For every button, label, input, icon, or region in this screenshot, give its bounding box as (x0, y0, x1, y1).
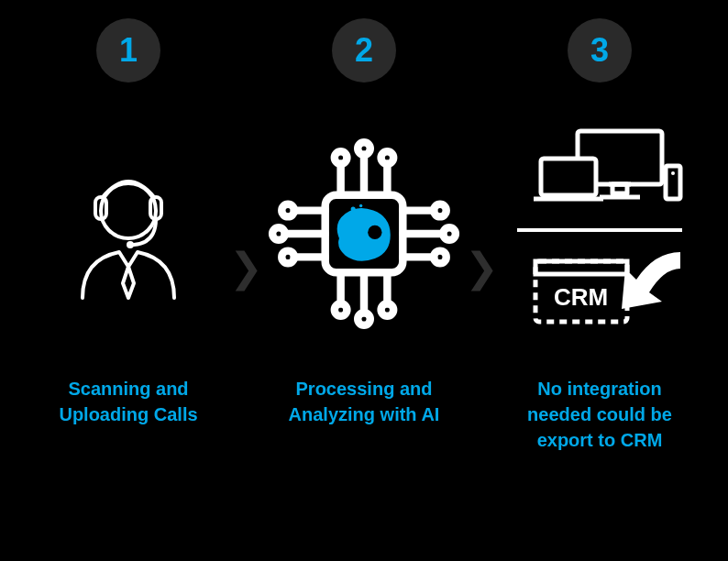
step-1: 1 (28, 18, 229, 427)
step-2-number: 2 (355, 31, 373, 70)
svg-point-22 (281, 251, 294, 264)
chevron-right-icon: ❯ (229, 248, 263, 288)
svg-rect-43 (535, 261, 627, 274)
svg-point-26 (443, 227, 456, 240)
ai-chip-icon (263, 115, 465, 353)
svg-point-14 (358, 313, 370, 325)
step-3: 3 (499, 18, 700, 453)
step-1-number: 1 (119, 31, 138, 70)
svg-point-20 (272, 227, 285, 240)
step-2-icon-area (263, 101, 465, 367)
svg-point-12 (335, 303, 347, 316)
svg-rect-35 (612, 184, 627, 193)
devices-crm-icon: CRM (508, 115, 691, 353)
svg-point-28 (434, 251, 447, 264)
svg-point-40 (671, 171, 675, 175)
step-1-icon-area (28, 101, 229, 367)
step-1-badge: 1 (96, 18, 160, 82)
step-1-caption: Scanning and Uploading Calls (28, 376, 229, 427)
step-2-badge: 2 (332, 18, 396, 82)
svg-rect-37 (541, 159, 596, 195)
step-2: 2 (263, 18, 465, 427)
operator-icon (64, 160, 193, 307)
svg-point-30 (351, 206, 356, 211)
step-3-icon-area: CRM (499, 101, 700, 367)
crm-label-text: CRM (554, 283, 608, 311)
step-3-caption: No integration needed could be export to… (499, 376, 700, 453)
svg-point-31 (359, 204, 362, 207)
svg-point-24 (434, 204, 447, 217)
svg-point-8 (358, 142, 370, 155)
svg-point-6 (335, 151, 347, 164)
svg-point-16 (381, 303, 394, 316)
step-2-caption: Processing and Analyzing with AI (263, 376, 465, 427)
svg-point-18 (281, 204, 294, 217)
chevron-right-icon: ❯ (465, 248, 499, 288)
svg-point-3 (127, 241, 134, 248)
process-flow: 1 (0, 0, 728, 561)
svg-point-32 (346, 214, 348, 216)
svg-point-29 (368, 226, 381, 239)
svg-rect-39 (666, 166, 680, 199)
svg-point-10 (381, 151, 394, 164)
step-3-badge: 3 (568, 18, 632, 82)
step-3-number: 3 (590, 31, 609, 70)
